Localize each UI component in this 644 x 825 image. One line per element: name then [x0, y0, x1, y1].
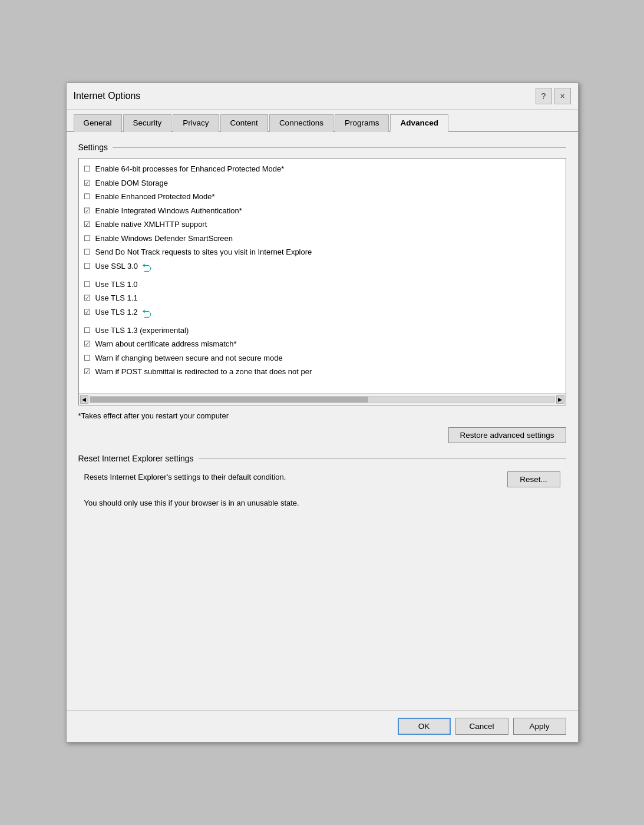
settings-list[interactable]: ☐ Enable 64-bit processes for Enhanced P… — [79, 159, 566, 393]
reset-button-container: Reset... — [507, 471, 560, 487]
checkbox-unchecked[interactable]: ☐ — [84, 191, 93, 203]
reset-section-header: Reset Internet Explorer settings — [78, 454, 566, 463]
setting-label: Use TLS 1.3 (experimental) — [95, 325, 189, 336]
restart-note: *Takes effect after you restart your com… — [78, 411, 566, 420]
list-item[interactable]: ☑ Use TLS 1.1 — [81, 291, 563, 305]
scroll-right-arrow[interactable]: ▶ — [556, 395, 564, 404]
scroll-thumb — [90, 397, 369, 402]
setting-label: Enable 64-bit processes for Enhanced Pro… — [95, 163, 285, 175]
reset-content: Resets Internet Explorer's settings to t… — [78, 471, 566, 489]
list-item[interactable]: ☐ Send Do Not Track requests to sites yo… — [81, 245, 563, 259]
setting-label: Enable DOM Storage — [95, 177, 169, 189]
arrow-ssl30: ⮌ — [141, 260, 152, 276]
cancel-button[interactable]: Cancel — [455, 718, 508, 735]
reset-description: Resets Internet Explorer's settings to t… — [84, 471, 496, 483]
tab-programs[interactable]: Programs — [335, 114, 389, 132]
close-button[interactable]: × — [554, 88, 571, 104]
footer: OK Cancel Apply — [67, 710, 578, 742]
list-item[interactable]: ☑ Enable Integrated Windows Authenticati… — [81, 204, 563, 218]
setting-label: Warn about certificate address mismatch* — [95, 338, 237, 350]
setting-label: Use SSL 3.0 — [95, 260, 138, 272]
setting-label: Send Do Not Track requests to sites you … — [95, 246, 312, 258]
tab-general[interactable]: General — [74, 114, 122, 132]
list-item[interactable]: ☑ Enable native XMLHTTP support — [81, 217, 563, 232]
checkbox-checked[interactable]: ☑ — [84, 306, 93, 318]
settings-label: Settings — [78, 143, 108, 152]
setting-label: Use TLS 1.0 — [95, 279, 138, 291]
checkbox-unchecked[interactable]: ☐ — [84, 233, 93, 245]
list-item-tls12[interactable]: ☑ Use TLS 1.2 ⮌ — [81, 305, 563, 324]
list-item[interactable]: ☐ Warn if changing between secure and no… — [81, 351, 563, 365]
checkbox-checked[interactable]: ☑ — [84, 366, 93, 378]
arrow-tls12: ⮌ — [141, 306, 152, 322]
list-item[interactable]: ☐ Enable 64-bit processes for Enhanced P… — [81, 162, 563, 176]
reset-section-label: Reset Internet Explorer settings — [78, 454, 194, 463]
checkbox-checked[interactable]: ☑ — [84, 292, 93, 304]
list-item[interactable]: ☐ Use TLS 1.3 (experimental) — [81, 324, 563, 338]
list-item[interactable]: ☑ Enable DOM Storage — [81, 176, 563, 190]
tab-advanced[interactable]: Advanced — [390, 114, 448, 132]
settings-box: ☐ Enable 64-bit processes for Enhanced P… — [78, 158, 566, 405]
main-content: Settings ☐ Enable 64-bit processes for E… — [67, 132, 578, 710]
reset-button[interactable]: Reset... — [507, 471, 560, 487]
setting-label: Enable native XMLHTTP support — [95, 219, 207, 230]
restore-btn-row: Restore advanced settings — [78, 427, 566, 443]
dialog-title: Internet Options — [74, 91, 141, 101]
list-item[interactable]: ☑ Warn if POST submittal is redirected t… — [81, 365, 563, 379]
tab-content[interactable]: Content — [220, 114, 268, 132]
checkbox-unchecked[interactable]: ☐ — [84, 260, 93, 272]
checkbox-checked[interactable]: ☑ — [84, 205, 93, 217]
tabs-container: General Security Privacy Content Connect… — [67, 110, 578, 132]
settings-section-header: Settings — [78, 143, 566, 152]
setting-label: Enable Enhanced Protected Mode* — [95, 191, 215, 203]
settings-divider — [113, 147, 566, 148]
tab-connections[interactable]: Connections — [269, 114, 333, 132]
setting-label: Use TLS 1.2 — [95, 306, 138, 318]
reset-note: You should only use this if your browser… — [84, 497, 560, 509]
list-item[interactable]: ☐ Enable Enhanced Protected Mode* — [81, 190, 563, 204]
setting-label: Warn if POST submittal is redirected to … — [95, 366, 312, 378]
horizontal-scrollbar[interactable]: ◀ ▶ — [79, 393, 566, 405]
help-button[interactable]: ? — [536, 88, 552, 104]
setting-label: Enable Integrated Windows Authentication… — [95, 205, 242, 217]
setting-label: Enable Windows Defender SmartScreen — [95, 233, 233, 245]
list-item[interactable]: ☐ Enable Windows Defender SmartScreen — [81, 232, 563, 246]
apply-button[interactable]: Apply — [513, 718, 566, 735]
list-item-ssl30[interactable]: ☐ Use SSL 3.0 ⮌ — [81, 259, 563, 278]
checkbox-checked[interactable]: ☑ — [84, 338, 93, 350]
list-item[interactable]: ☐ Use TLS 1.0 — [81, 278, 563, 292]
checkbox-checked[interactable]: ☑ — [84, 177, 93, 189]
checkbox-unchecked[interactable]: ☐ — [84, 279, 93, 291]
checkbox-checked[interactable]: ☑ — [84, 219, 93, 230]
tab-security[interactable]: Security — [123, 114, 172, 132]
dialog: Internet Options ? × General Security Pr… — [66, 82, 579, 742]
checkbox-unchecked[interactable]: ☐ — [84, 163, 93, 175]
restore-advanced-settings-button[interactable]: Restore advanced settings — [448, 427, 566, 443]
tab-privacy[interactable]: Privacy — [173, 114, 219, 132]
title-bar-left: Internet Options — [74, 91, 141, 101]
setting-label: Warn if changing between secure and not … — [95, 352, 283, 364]
setting-label: Use TLS 1.1 — [95, 292, 138, 304]
checkbox-unchecked[interactable]: ☐ — [84, 246, 93, 258]
title-bar-buttons: ? × — [536, 88, 571, 104]
list-item[interactable]: ☑ Warn about certificate address mismatc… — [81, 337, 563, 351]
title-bar: Internet Options ? × — [67, 83, 578, 110]
scroll-track[interactable] — [90, 396, 555, 403]
checkbox-unchecked[interactable]: ☐ — [84, 352, 93, 364]
reset-section-divider — [199, 458, 566, 459]
scroll-left-arrow[interactable]: ◀ — [80, 395, 88, 404]
checkbox-unchecked[interactable]: ☐ — [84, 325, 93, 336]
ok-button[interactable]: OK — [398, 718, 451, 735]
reset-text: Resets Internet Explorer's settings to t… — [84, 471, 496, 489]
